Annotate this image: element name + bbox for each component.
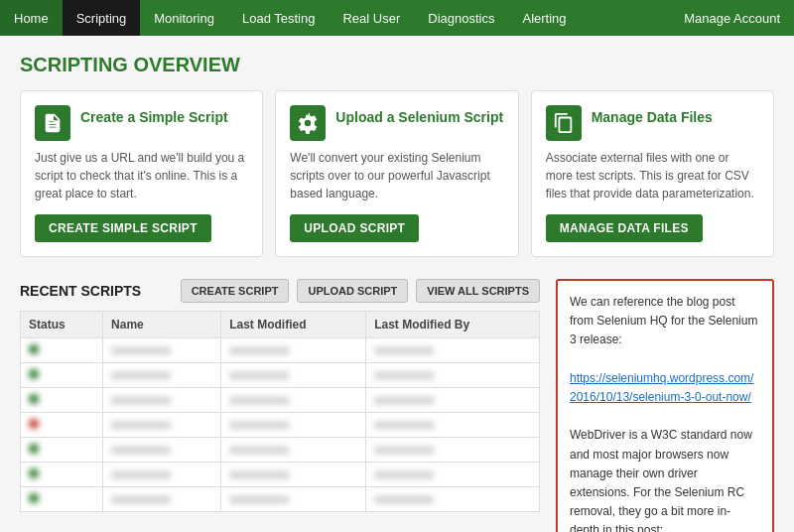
create-simple-script-button[interactable]: CREATE SIMPLE SCRIPT <box>35 214 211 242</box>
nav-real-user[interactable]: Real User <box>329 0 414 36</box>
card-create-simple: Create a Simple Script Just give us a UR… <box>20 90 263 257</box>
status-cell <box>21 413 103 438</box>
by-cell: xxxxxxxxxx <box>366 338 540 363</box>
nav-load-testing[interactable]: Load Testing <box>228 0 330 36</box>
status-dot <box>29 369 39 379</box>
recent-scripts-title: RECENT SCRIPTS <box>20 283 173 299</box>
cards-row: Create a Simple Script Just give us a UR… <box>20 90 774 257</box>
name-cell: xxxxxxxxxx <box>103 388 221 413</box>
manage-data-files-button[interactable]: MANAGE DATA FILES <box>546 214 703 242</box>
status-cell <box>21 438 103 463</box>
modified-cell: xxxxxxxxxx <box>221 413 366 438</box>
recent-header: RECENT SCRIPTS CREATE SCRIPT UPLOAD SCRI… <box>20 279 540 303</box>
scripts-table: Status Name Last Modified Last Modified … <box>20 311 540 512</box>
by-cell: xxxxxxxxxx <box>366 363 540 388</box>
card-title-1: Upload a Selenium Script <box>335 109 503 125</box>
card-upload-selenium: Upload a Selenium Script We'll convert y… <box>275 90 518 257</box>
table-row[interactable]: xxxxxxxxxx xxxxxxxxxx xxxxxxxxxx <box>21 438 540 463</box>
by-cell: xxxxxxxxxx <box>366 487 540 512</box>
name-cell: xxxxxxxxxx <box>103 413 221 438</box>
name-cell: xxxxxxxxxx <box>103 338 221 363</box>
name-cell: xxxxxxxxxx <box>103 487 221 512</box>
status-dot <box>29 493 39 503</box>
table-row[interactable]: xxxxxxxxxx xxxxxxxxxx xxxxxxxxxx <box>21 388 540 413</box>
by-cell: xxxxxxxxxx <box>366 413 540 438</box>
modified-cell: xxxxxxxxxx <box>221 487 366 512</box>
main-nav: Home Scripting Monitoring Load Testing R… <box>0 0 794 36</box>
section-title: SCRIPTING OVERVIEW <box>20 54 774 76</box>
main-layout: RECENT SCRIPTS CREATE SCRIPT UPLOAD SCRI… <box>20 279 774 532</box>
table-row[interactable]: xxxxxxxxxx xxxxxxxxxx xxxxxxxxxx <box>21 487 540 512</box>
status-cell <box>21 388 103 413</box>
card-icon-doc <box>35 105 70 141</box>
name-cell: xxxxxxxxxx <box>103 463 221 487</box>
card-title-0: Create a Simple Script <box>80 109 228 125</box>
modified-cell: xxxxxxxxxx <box>221 363 366 388</box>
create-script-button[interactable]: CREATE SCRIPT <box>181 279 290 303</box>
table-row[interactable]: xxxxxxxxxx xxxxxxxxxx xxxxxxxxxx <box>21 363 540 388</box>
col-modified: Last Modified <box>221 312 366 338</box>
status-dot <box>29 344 39 354</box>
right-column: We can reference the blog post from Sele… <box>556 279 774 532</box>
card-desc-0: Just give us a URL and we'll build you a… <box>35 149 248 202</box>
left-column: RECENT SCRIPTS CREATE SCRIPT UPLOAD SCRI… <box>20 279 540 532</box>
upload-script-button[interactable]: UPLOAD SCRIPT <box>290 214 419 242</box>
view-all-scripts-button[interactable]: VIEW ALL SCRIPTS <box>416 279 540 303</box>
table-row[interactable]: xxxxxxxxxx xxxxxxxxxx xxxxxxxxxx <box>21 413 540 438</box>
modified-cell: xxxxxxxxxx <box>221 463 366 487</box>
status-dot <box>29 468 39 478</box>
modified-cell: xxxxxxxxxx <box>221 338 366 363</box>
info-text-2: WebDriver is a W3C standard now and most… <box>570 428 752 532</box>
nav-manage-account[interactable]: Manage Account <box>670 0 794 36</box>
card-icon-gear <box>290 105 326 141</box>
card-title-2: Manage Data Files <box>592 109 713 125</box>
status-dot <box>29 444 39 454</box>
col-name: Name <box>103 312 221 338</box>
info-box: We can reference the blog post from Sele… <box>556 279 774 532</box>
nav-scripting[interactable]: Scripting <box>63 0 141 36</box>
modified-cell: xxxxxxxxxx <box>221 388 366 413</box>
status-dot <box>29 394 39 404</box>
status-cell <box>21 338 103 363</box>
nav-home[interactable]: Home <box>0 0 63 36</box>
col-status: Status <box>21 312 103 338</box>
card-manage-data: Manage Data Files Associate external fil… <box>531 90 774 257</box>
info-link-1[interactable]: https://seleniumhq.wordpress.com/2016/10… <box>570 371 753 404</box>
info-text-1: We can reference the blog post from Sele… <box>570 295 757 346</box>
status-cell <box>21 463 103 487</box>
col-modified-by: Last Modified By <box>366 312 540 338</box>
nav-monitoring[interactable]: Monitoring <box>140 0 228 36</box>
by-cell: xxxxxxxxxx <box>366 388 540 413</box>
name-cell: xxxxxxxxxx <box>103 363 221 388</box>
by-cell: xxxxxxxxxx <box>366 438 540 463</box>
table-row[interactable]: xxxxxxxxxx xxxxxxxxxx xxxxxxxxxx <box>21 463 540 487</box>
by-cell: xxxxxxxxxx <box>366 463 540 487</box>
page-content: SCRIPTING OVERVIEW Create a Simple Scrip… <box>0 36 794 532</box>
upload-script-btn[interactable]: UPLOAD SCRIPT <box>297 279 408 303</box>
card-icon-files <box>546 105 582 141</box>
table-row[interactable]: xxxxxxxxxx xxxxxxxxxx xxxxxxxxxx <box>21 338 540 363</box>
nav-diagnostics[interactable]: Diagnostics <box>414 0 508 36</box>
nav-alerting[interactable]: Alerting <box>508 0 580 36</box>
status-dot <box>29 419 39 429</box>
status-cell <box>21 363 103 388</box>
card-desc-2: Associate external files with one or mor… <box>546 149 759 202</box>
status-cell <box>21 487 103 512</box>
name-cell: xxxxxxxxxx <box>103 438 221 463</box>
card-desc-1: We'll convert your existing Selenium scr… <box>290 149 503 202</box>
modified-cell: xxxxxxxxxx <box>221 438 366 463</box>
